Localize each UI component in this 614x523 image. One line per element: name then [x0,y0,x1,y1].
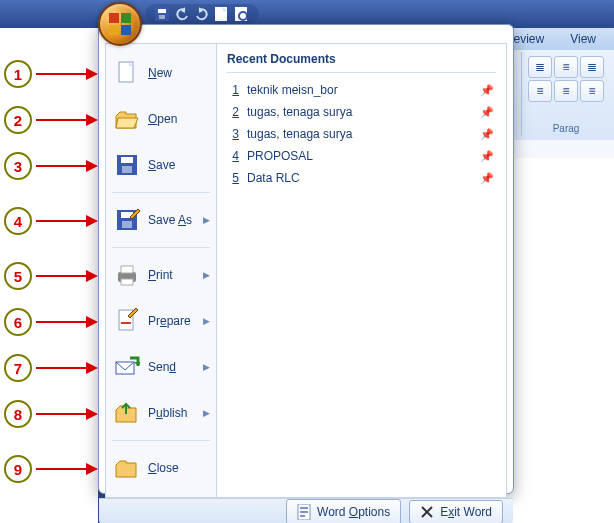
svg-rect-20 [300,507,308,509]
menu-item-label: Save [148,158,175,172]
callout-7: 7 [4,354,104,382]
recent-document-item[interactable]: 5Data RLC📌 [227,167,496,189]
close-x-icon [420,505,434,519]
callout-8: 8 [4,400,104,428]
office-button[interactable] [98,2,142,46]
align-left-icon[interactable]: ≡ [528,80,552,102]
preview-icon[interactable] [235,7,249,21]
recent-item-number: 5 [229,171,239,185]
svg-rect-12 [122,221,132,228]
callout-4: 4 [4,207,104,235]
word-options-button[interactable]: Word Options [286,499,401,523]
recent-document-item[interactable]: 1teknik meisn_bor📌 [227,79,496,101]
callout-number: 2 [4,106,32,134]
callout-number: 9 [4,455,32,483]
callout-number: 7 [4,354,32,382]
callout-number: 1 [4,60,32,88]
svg-rect-15 [121,279,133,285]
menu-item-save[interactable]: Save [106,142,216,188]
svg-rect-14 [121,266,133,273]
office-menu-footer: Word Options Exit Word [99,498,513,523]
ribbon-group-label: Parag [522,123,610,134]
callout-9: 9 [4,455,104,483]
recent-document-item[interactable]: 2tugas, tenaga surya📌 [227,101,496,123]
callout-2: 2 [4,106,104,134]
quick-access-toolbar[interactable] [145,4,259,24]
callout-arrow-icon [36,73,104,75]
numbering-icon[interactable]: ≡ [554,56,578,78]
undo-icon[interactable] [175,7,189,21]
callout-arrow-icon [36,275,104,277]
menu-item-label: Save As [148,213,192,227]
pin-icon[interactable]: 📌 [480,106,494,119]
submenu-arrow-icon: ▶ [203,316,210,326]
submenu-arrow-icon: ▶ [203,215,210,225]
menu-item-new[interactable]: New [106,50,216,96]
recent-document-item[interactable]: 4PROPOSAL📌 [227,145,496,167]
pin-icon[interactable]: 📌 [480,150,494,163]
callout-3: 3 [4,152,104,180]
annotation-callouts: 123456789 [0,0,98,523]
svg-rect-22 [300,515,305,517]
callout-5: 5 [4,262,104,290]
document-pencil-icon [114,308,140,334]
recent-item-number: 3 [229,127,239,141]
bullets-icon[interactable]: ≣ [528,56,552,78]
tab-view[interactable]: View [562,29,604,49]
pin-icon[interactable]: 📌 [480,84,494,97]
floppy-icon [114,152,140,178]
align-center-icon[interactable]: ≡ [554,80,578,102]
new-page-icon [114,60,140,86]
svg-rect-2 [159,15,165,19]
align-right-icon[interactable]: ≡ [580,80,604,102]
exit-word-label: Exit Word [440,505,492,519]
pin-icon[interactable]: 📌 [480,128,494,141]
menu-item-send[interactable]: Send▶ [106,344,216,390]
folder-share-icon [114,400,140,426]
floppy-pencil-icon [114,207,140,233]
office-menu-commands: NewOpenSaveSave As▶Print▶Prepare▶Send▶Pu… [106,44,217,497]
callout-1: 1 [4,60,104,88]
callout-number: 5 [4,262,32,290]
recent-item-number: 2 [229,105,239,119]
mail-send-icon [114,354,140,380]
menu-item-label: Print [148,268,173,282]
menu-item-prepare[interactable]: Prepare▶ [106,298,216,344]
menu-item-print[interactable]: Print▶ [106,252,216,298]
menu-separator [112,192,210,193]
new-doc-icon[interactable] [215,7,229,21]
menu-item-save-as[interactable]: Save As▶ [106,197,216,243]
menu-item-label: Publish [148,406,187,420]
callout-arrow-icon [36,413,104,415]
callout-arrow-icon [36,321,104,323]
callout-number: 3 [4,152,32,180]
recent-documents-panel: Recent Documents 1teknik meisn_bor📌2tuga… [217,44,506,497]
folder-open-icon [114,106,140,132]
menu-item-label: Close [148,461,179,475]
exit-word-button[interactable]: Exit Word [409,500,503,523]
folder-icon [114,455,140,481]
menu-item-open[interactable]: Open [106,96,216,142]
save-icon[interactable] [155,7,169,21]
printer-icon [114,262,140,288]
svg-rect-21 [300,511,308,513]
callout-number: 6 [4,308,32,336]
recent-item-number: 4 [229,149,239,163]
menu-item-publish[interactable]: Publish▶ [106,390,216,436]
pin-icon[interactable]: 📌 [480,172,494,185]
word-options-label: Word Options [317,505,390,519]
multilevel-icon[interactable]: ≣ [580,56,604,78]
recent-item-number: 1 [229,83,239,97]
svg-rect-17 [121,322,131,324]
menu-item-label: Open [148,112,177,126]
recent-document-item[interactable]: 3tugas, tenaga surya📌 [227,123,496,145]
callout-arrow-icon [36,165,104,167]
recent-documents-title: Recent Documents [227,52,496,73]
redo-icon[interactable] [195,7,209,21]
recent-item-name: PROPOSAL [247,149,313,163]
menu-item-close[interactable]: Close [106,445,216,491]
callout-arrow-icon [36,367,104,369]
menu-separator [112,440,210,441]
callout-number: 8 [4,400,32,428]
menu-item-label: Send [148,360,176,374]
